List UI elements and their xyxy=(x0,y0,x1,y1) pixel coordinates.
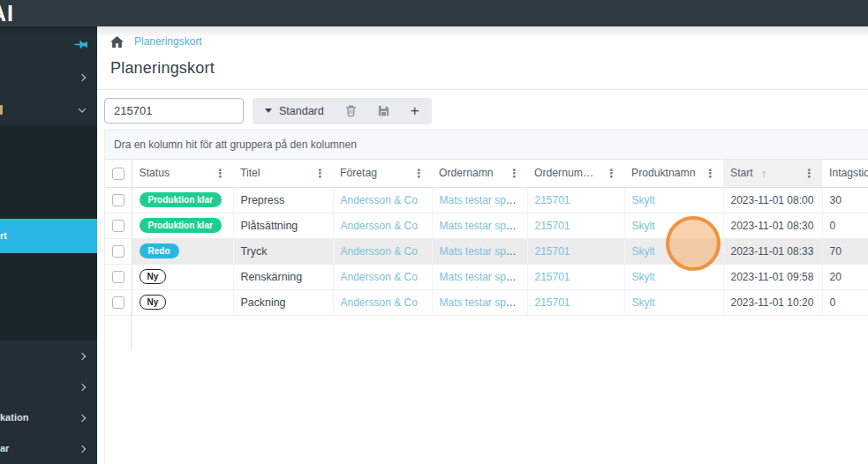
row-checkbox[interactable] xyxy=(112,271,125,283)
order-name-link[interactable]: Mats testar sprint… xyxy=(440,271,528,283)
save-preset-button[interactable] xyxy=(367,98,400,124)
column-header-ordernamn[interactable]: Ordernamn xyxy=(432,160,527,187)
product-name-link[interactable]: Skylt xyxy=(632,296,655,309)
filter-input[interactable] xyxy=(104,98,244,123)
add-preset-button[interactable]: + xyxy=(400,98,430,124)
sidebar-item-collapsed-1[interactable] xyxy=(0,62,97,94)
app-logo: AI xyxy=(0,0,14,26)
screen: AI rt xyxy=(0,0,868,464)
chevron-down-icon xyxy=(79,105,86,112)
column-menu-icon[interactable] xyxy=(312,166,328,181)
data-grid: Dra en kolumn hit för att gruppera på de… xyxy=(104,130,868,464)
column-menu-icon[interactable] xyxy=(506,166,523,181)
sidebar-item-label: ar xyxy=(0,443,9,453)
cell-titel: Tryck xyxy=(233,238,333,264)
row-checkbox[interactable] xyxy=(112,194,125,206)
column-menu-icon[interactable] xyxy=(603,166,620,181)
chevron-right-icon xyxy=(79,414,86,421)
cell-titel: Renskärning xyxy=(233,264,333,289)
cell-intagstid: 20 xyxy=(822,264,868,289)
cell-start: 2023-11-01 08:00 xyxy=(723,187,822,213)
preset-dropdown-button[interactable]: Standard xyxy=(254,98,335,124)
chevron-right-icon xyxy=(79,383,86,390)
product-name-link[interactable]: Skylt xyxy=(632,271,655,283)
order-number-link[interactable]: 215701 xyxy=(535,271,570,283)
sidebar-item-label: rt xyxy=(0,230,7,241)
column-header-intagstid[interactable]: Intagstid xyxy=(822,160,868,187)
sidebar-item-bottom-1[interactable] xyxy=(0,341,97,371)
column-menu-icon[interactable] xyxy=(702,166,719,181)
row-checkbox[interactable] xyxy=(112,220,125,232)
grid-header-row: Status Titel Företag Ordernamn Ordernumm… xyxy=(105,160,868,187)
chevron-right-icon xyxy=(79,74,86,81)
table-row-hovered[interactable]: Redo Tryck Andersson & Co Mats testar sp… xyxy=(105,238,868,264)
column-header-start[interactable]: Start xyxy=(723,160,822,187)
order-name-link[interactable]: Mats testar sprint… xyxy=(440,194,528,206)
cell-start: 2023-11-01 08:30 xyxy=(723,213,822,238)
preset-button-group: Standard xyxy=(253,98,432,124)
column-header-foretag[interactable]: Företag xyxy=(333,160,432,187)
row-checkbox[interactable] xyxy=(112,245,125,258)
sidebar: rt kation ar xyxy=(0,26,97,464)
toolbar: Standard xyxy=(104,98,868,123)
order-number-link[interactable]: 215701 xyxy=(535,220,570,232)
status-badge: Produktion klar xyxy=(140,192,222,207)
order-name-link[interactable]: Mats testar sprint… xyxy=(440,245,528,258)
nav-item-icon xyxy=(0,105,3,115)
grid-group-panel[interactable]: Dra en kolumn hit för att gruppera på de… xyxy=(105,131,868,160)
order-number-link[interactable]: 215701 xyxy=(535,296,570,309)
home-icon[interactable] xyxy=(110,36,124,48)
column-header-titel[interactable]: Titel xyxy=(233,160,333,187)
company-link[interactable]: Andersson & Co xyxy=(341,296,418,309)
topbar: AI xyxy=(0,0,868,26)
company-link[interactable]: Andersson & Co xyxy=(341,220,418,232)
column-menu-icon[interactable] xyxy=(411,166,427,181)
sidebar-item-bottom-3[interactable]: kation xyxy=(0,402,97,433)
status-badge: Produktion klar xyxy=(140,218,222,233)
main-content: Planeringskort Planeringskort Standard xyxy=(97,26,868,464)
cell-start: 2023-11-01 08:33 xyxy=(723,238,822,264)
row-checkbox[interactable] xyxy=(112,296,125,309)
order-number-link[interactable]: 215701 xyxy=(535,245,570,258)
sidebar-item-expanded[interactable] xyxy=(0,94,97,125)
delete-preset-button[interactable] xyxy=(335,98,367,124)
sidebar-item-planeringskort-active[interactable]: rt xyxy=(0,219,97,253)
company-link[interactable]: Andersson & Co xyxy=(341,271,418,283)
status-badge: Redo xyxy=(140,243,179,258)
cell-start: 2023-11-01 10:20 xyxy=(723,289,822,315)
sidebar-bottom-group: kation ar xyxy=(0,341,97,464)
column-header-status[interactable]: Status xyxy=(132,160,233,187)
trash-icon xyxy=(344,104,358,117)
order-number-link[interactable]: 215701 xyxy=(535,194,570,206)
sidebar-submenu: rt xyxy=(0,125,97,341)
sidebar-item-label: kation xyxy=(0,412,28,423)
column-header-ordernummer[interactable]: Ordernummer xyxy=(527,160,624,187)
column-menu-icon[interactable] xyxy=(801,166,818,181)
save-icon xyxy=(377,104,390,117)
sidebar-item-bottom-4[interactable]: ar xyxy=(0,433,97,464)
sidebar-pin-icon[interactable] xyxy=(73,37,89,53)
company-link[interactable]: Andersson & Co xyxy=(341,245,418,258)
product-name-link[interactable]: Skylt xyxy=(632,220,655,232)
cell-titel: Packning xyxy=(233,289,333,315)
select-all-checkbox[interactable] xyxy=(112,168,125,180)
order-name-link[interactable]: Mats testar sprint… xyxy=(440,220,528,232)
status-badge: Ny xyxy=(140,269,167,284)
cell-intagstid: 0 xyxy=(822,213,868,238)
breadcrumb: Planeringskort xyxy=(97,26,868,48)
sidebar-item-bottom-2[interactable] xyxy=(0,371,97,402)
product-name-link[interactable]: Skylt xyxy=(632,194,655,206)
column-menu-icon[interactable] xyxy=(212,166,229,181)
order-name-link[interactable]: Mats testar sprint… xyxy=(440,296,528,309)
table-row[interactable]: Produktion klar Plåtsättning Andersson &… xyxy=(105,213,868,238)
table-row[interactable]: Ny Packning Andersson & Co Mats testar s… xyxy=(105,289,868,315)
product-name-link[interactable]: Skylt xyxy=(632,245,655,258)
table-row[interactable]: Produktion klar Prepress Andersson & Co … xyxy=(105,187,868,213)
grid-table: Status Titel Företag Ordernamn Ordernumm… xyxy=(105,160,868,316)
header-divider xyxy=(97,89,868,90)
cell-intagstid: 30 xyxy=(822,187,868,213)
breadcrumb-link[interactable]: Planeringskort xyxy=(134,35,202,48)
company-link[interactable]: Andersson & Co xyxy=(341,194,418,206)
table-row[interactable]: Ny Renskärning Andersson & Co Mats testa… xyxy=(105,264,868,289)
column-header-produktnamn[interactable]: Produktnamn xyxy=(624,160,723,187)
